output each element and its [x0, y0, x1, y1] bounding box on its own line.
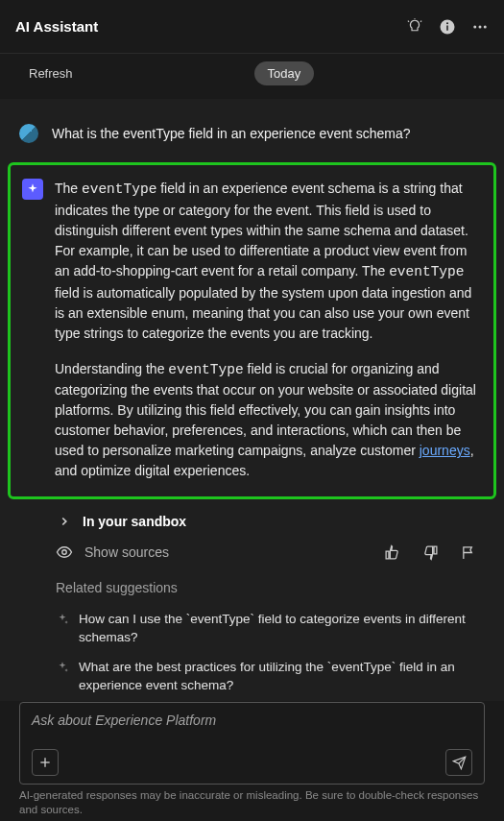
related-title: Related suggestions — [56, 580, 485, 595]
header-actions — [406, 18, 489, 36]
conversation: What is the eventType field in an experi… — [0, 99, 504, 701]
input-placeholder: Ask about Experience Platform — [32, 712, 472, 728]
response-actions: Show sources — [0, 534, 504, 567]
svg-rect-4 — [446, 25, 448, 30]
user-message: What is the eventType field in an experi… — [0, 116, 504, 162]
lightbulb-icon[interactable] — [406, 18, 423, 36]
chip-row: Refresh Today — [0, 54, 504, 99]
send-button[interactable] — [445, 749, 472, 776]
show-sources-label: Show sources — [84, 544, 169, 560]
info-icon[interactable] — [439, 18, 456, 36]
text: field is automatically populated by the … — [55, 285, 471, 341]
today-chip: Today — [254, 61, 315, 85]
input-buttons — [32, 749, 472, 776]
code-text: eventType — [389, 264, 464, 279]
eye-icon — [56, 543, 73, 561]
sparkle-icon — [56, 613, 69, 632]
suggestion-item[interactable]: How can I use the `eventType` field to c… — [56, 605, 485, 653]
add-attachment-button[interactable] — [32, 749, 59, 776]
user-avatar-icon — [19, 124, 38, 143]
feedback-buttons — [383, 543, 477, 561]
sparkle-icon — [56, 661, 69, 680]
in-your-sandbox-toggle[interactable]: In your sandbox — [0, 499, 504, 534]
related-suggestions: Related suggestions How can I use the `e… — [0, 567, 504, 701]
journeys-link[interactable]: journeys — [420, 443, 470, 458]
chevron-right-icon — [56, 513, 73, 530]
flag-icon[interactable] — [460, 543, 477, 561]
app-title: AI Assistant — [15, 18, 98, 35]
user-message-text: What is the eventType field in an experi… — [52, 126, 411, 141]
more-icon[interactable] — [471, 18, 489, 36]
thumbs-up-icon[interactable] — [383, 543, 400, 561]
header-bar: AI Assistant — [0, 0, 504, 54]
svg-line-2 — [420, 20, 421, 21]
thumbs-down-icon[interactable] — [421, 543, 439, 561]
ai-response-highlighted: The eventType field in an experience eve… — [8, 162, 496, 499]
svg-line-1 — [408, 20, 409, 21]
svg-point-8 — [484, 25, 487, 28]
ai-sparkle-icon — [22, 179, 43, 200]
suggestion-text: How can I use the `eventType` field to c… — [79, 611, 485, 647]
sandbox-label: In your sandbox — [83, 514, 186, 529]
svg-point-5 — [446, 22, 448, 24]
text: Understanding the — [55, 361, 168, 376]
ai-response-text: The eventType field in an experience eve… — [55, 179, 482, 481]
svg-point-7 — [479, 25, 482, 28]
code-text: eventType — [82, 181, 156, 197]
svg-point-9 — [62, 550, 67, 555]
suggestion-text: What are the best practices for utilizin… — [79, 659, 485, 695]
message-input[interactable]: Ask about Experience Platform — [19, 702, 485, 785]
disclaimer-text: AI-generated responses may be inaccurate… — [19, 788, 485, 817]
code-text: eventType — [168, 362, 243, 377]
show-sources-button[interactable]: Show sources — [56, 543, 169, 561]
suggestion-item[interactable]: What are the best practices for utilizin… — [56, 653, 485, 701]
svg-point-6 — [473, 25, 476, 28]
text: The — [55, 181, 82, 196]
refresh-chip[interactable]: Refresh — [15, 61, 86, 85]
